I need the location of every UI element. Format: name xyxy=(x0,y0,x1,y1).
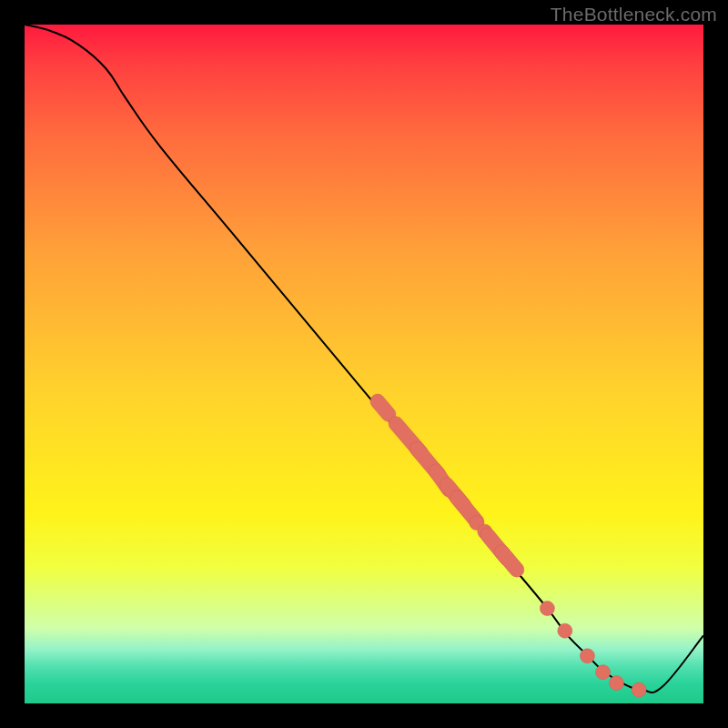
curve-marker-dot xyxy=(540,602,554,616)
curve-marker-dot xyxy=(632,682,646,697)
curve-marker-dot xyxy=(610,676,624,691)
watermark-text: TheBottleneck.com xyxy=(551,4,717,25)
plot-svg xyxy=(25,25,703,703)
curve-marker-dot xyxy=(558,623,572,638)
curve-marker-dot xyxy=(596,665,611,680)
curve-markers xyxy=(370,394,646,697)
curve-marker-pill xyxy=(494,545,523,577)
bottleneck-curve xyxy=(25,25,703,693)
curve-marker-dot xyxy=(580,649,594,663)
